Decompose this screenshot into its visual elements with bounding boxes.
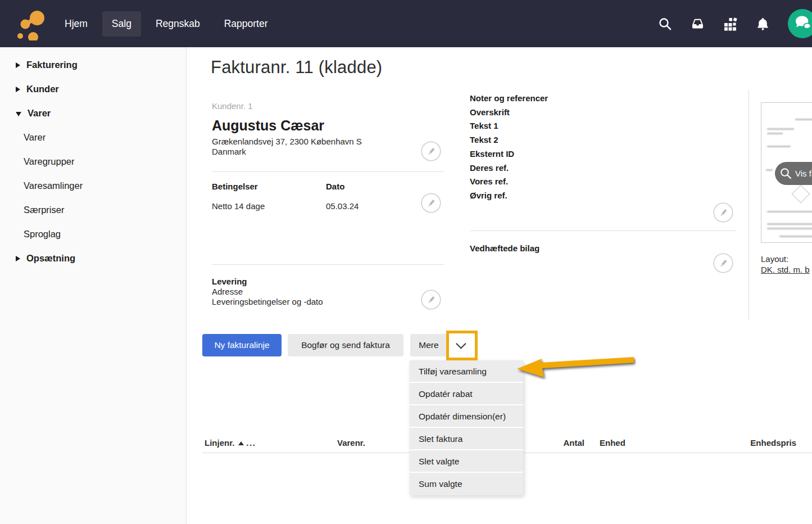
more-button[interactable]: Mere — [410, 334, 447, 356]
divider — [470, 231, 736, 231]
e-conomic-logo-icon[interactable] — [12, 7, 48, 40]
view-invoice-button[interactable]: Vis fa — [775, 162, 812, 185]
dropdown-menu-item[interactable]: Slet valgte — [410, 450, 523, 473]
notes-heading: Noter og referencer — [470, 92, 548, 106]
sidebar-section-label: Fakturering — [26, 60, 78, 70]
attachments-heading: Vedhæftede bilag — [470, 243, 539, 253]
dropdown-menu-item[interactable]: Opdatér dimension(er) — [410, 405, 523, 428]
chevron-collapsed-icon — [16, 256, 20, 261]
more-dropdown-toggle[interactable] — [449, 333, 475, 356]
sidebar-item-særpriser[interactable]: Særpriser — [0, 198, 186, 222]
column-header-antal[interactable]: Antal — [528, 438, 584, 448]
view-invoice-label: Vis fa — [795, 169, 812, 178]
column-options-icon[interactable] — [246, 438, 256, 448]
customer-country: Danmark — [212, 147, 425, 157]
main-content: Fakturanr. 11 (kladde) Kundenr. 1 August… — [187, 47, 812, 524]
search-icon[interactable] — [657, 16, 673, 31]
top-navbar: Hjem Salg Regnskab Rapporter — [0, 0, 812, 47]
terms-label: Betingelser — [212, 182, 326, 191]
main-nav: Hjem Salg Regnskab Rapporter — [55, 11, 278, 37]
annotation-arrow — [516, 355, 636, 380]
watermark-shape — [791, 184, 810, 204]
delivery-section: Levering Adresse Leveringsbetingelser og… — [212, 277, 323, 307]
customer-card: Kundenr. 1 Augustus Cæsar Grækenlandsvej… — [212, 101, 425, 157]
column-header-varenr[interactable]: Varenr. — [337, 438, 365, 448]
edit-delivery-button[interactable] — [421, 290, 441, 310]
nav-item[interactable]: Regnskab — [146, 11, 210, 37]
column-header-enhedspris[interactable]: Enhedspris — [720, 438, 796, 448]
chevron-collapsed-icon — [16, 62, 20, 68]
divider — [749, 90, 749, 319]
magnifier-icon — [779, 166, 793, 181]
chevron-expanded-icon — [16, 112, 21, 116]
nav-item[interactable]: Salg — [102, 11, 141, 37]
dropdown-menu-item[interactable]: Sum valgte — [410, 473, 523, 495]
sort-ascending-icon[interactable] — [238, 441, 244, 445]
notes-field-label: Deres ref. — [470, 161, 548, 175]
more-dropdown-menu: Tilføj varesamlingOpdatér rabatOpdatér d… — [410, 360, 523, 495]
notes-field-label: Øvrig ref. — [470, 189, 548, 203]
column-header-linjenr[interactable]: Linjenr. — [205, 438, 256, 448]
sidebar-section-label: Varer — [28, 108, 51, 119]
apps-grid-icon[interactable] — [723, 16, 738, 31]
notes-field-label: Overskrift — [470, 106, 548, 120]
sidebar-item-varer[interactable]: Varer — [0, 125, 186, 150]
sidebar-section-label: Opsætning — [26, 253, 75, 264]
edit-terms-button[interactable] — [421, 193, 441, 213]
post-and-send-button[interactable]: Bogfør og send faktura — [288, 334, 403, 356]
invoice-preview-thumbnail[interactable]: Vis fa — [761, 102, 812, 243]
sidebar-section-kunder[interactable]: Kunder — [0, 77, 186, 101]
sidebar-section-opsætning[interactable]: Opsætning — [0, 246, 186, 270]
sidebar-nav: FaktureringKunderVarerVarerVaregrupperVa… — [0, 47, 187, 524]
terms-value: Netto 14 dage — [212, 201, 326, 211]
divider — [212, 171, 444, 172]
notes-field-label: Tekst 2 — [470, 133, 548, 147]
page-title: Fakturanr. 11 (kladde) — [211, 57, 382, 78]
sidebar-section-varer[interactable]: Varer — [0, 101, 186, 125]
divider — [212, 264, 444, 265]
delivery-label: Levering — [212, 277, 323, 287]
sidebar-section-label: Kunder — [26, 84, 59, 94]
notes-field-label: Tekst 1 — [470, 119, 548, 133]
customer-address: Grækenlandsvej 37, 2300 København S — [212, 137, 425, 147]
nav-item[interactable]: Hjem — [55, 11, 97, 37]
edit-customer-button[interactable] — [421, 141, 441, 161]
nav-item[interactable]: Rapporter — [215, 11, 278, 37]
sidebar-item-sproglag[interactable]: Sproglag — [0, 222, 186, 246]
notes-field-label: Vores ref. — [470, 175, 548, 189]
dropdown-menu-item[interactable]: Slet faktura — [410, 428, 523, 450]
new-invoice-line-button[interactable]: Ny fakturalinje — [202, 334, 282, 356]
navbar-icons — [657, 9, 812, 38]
chevron-collapsed-icon — [16, 87, 20, 92]
dropdown-menu-item[interactable]: Tilføj varesamling — [410, 360, 523, 383]
dropdown-menu-item[interactable]: Opdatér rabat — [410, 383, 523, 405]
terms-section: Betingelser Netto 14 dage Dato 05.03.24 — [212, 182, 440, 211]
sidebar-item-varegrupper[interactable]: Varegrupper — [0, 150, 186, 174]
app-window: Hjem Salg Regnskab Rapporter — [0, 0, 812, 524]
date-label: Dato — [326, 182, 440, 191]
edit-notes-button[interactable] — [713, 202, 733, 223]
sidebar-item-varesamlinger[interactable]: Varesamlinger — [0, 174, 186, 198]
column-header-enhed[interactable]: Enhed — [600, 438, 625, 448]
customer-name: Augustus Cæsar — [212, 118, 425, 134]
layout-info: Layout: DK. std. m. b — [761, 254, 810, 275]
chat-support-button[interactable] — [788, 9, 812, 38]
inbox-icon[interactable] — [690, 16, 705, 31]
notes-section: Noter og referencer OverskriftTekst 1Tek… — [470, 92, 548, 203]
notifications-bell-icon[interactable] — [755, 16, 770, 31]
delivery-terms-line: Leveringsbetingelser og -dato — [212, 297, 323, 307]
layout-link[interactable]: DK. std. m. b — [761, 265, 810, 274]
sidebar-section-fakturering[interactable]: Fakturering — [0, 53, 186, 77]
customer-number: Kundenr. 1 — [212, 101, 425, 111]
delivery-address-line: Adresse — [212, 287, 323, 297]
chevron-down-icon — [456, 338, 466, 349]
notes-field-label: Eksternt ID — [470, 147, 548, 161]
layout-label: Layout: — [761, 254, 810, 264]
edit-attachments-button[interactable] — [713, 253, 733, 273]
